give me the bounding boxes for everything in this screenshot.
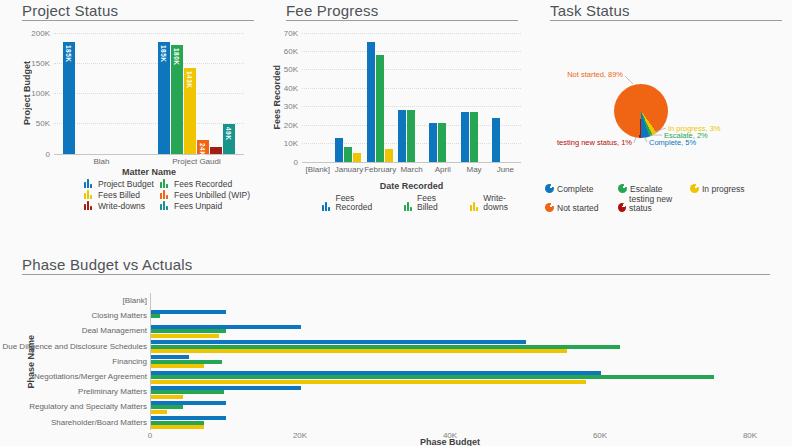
legend-item-in-progress[interactable]: In progress bbox=[690, 184, 770, 193]
hbar-blue-deal-management[interactable] bbox=[151, 325, 301, 329]
legend-item-fees-unpaid[interactable]: Fees Unpaid bbox=[160, 201, 260, 210]
bar-chart-icon bbox=[84, 201, 95, 210]
legend-label: Fees Unpaid bbox=[174, 202, 222, 211]
bar-write-downs-february[interactable] bbox=[385, 149, 393, 162]
bar-fees-recorded-project-gaudi[interactable]: 180K bbox=[171, 45, 183, 154]
hbar-green-regulatory-and-specialty-matters[interactable] bbox=[151, 405, 183, 409]
bar-value-label: 49K bbox=[225, 127, 232, 140]
legend: Project BudgetFees RecordedFees BilledFe… bbox=[84, 179, 260, 210]
bar-project-budget-project-gaudi[interactable]: 185K bbox=[158, 42, 170, 154]
bar-chart-icon bbox=[160, 201, 171, 210]
bar-fees-recorded-february[interactable] bbox=[367, 42, 375, 162]
y-axis-title-text: Project Budget bbox=[22, 61, 32, 125]
y-category-label: Preliminary Matters bbox=[78, 387, 147, 396]
bar-value-label: 24K bbox=[199, 143, 206, 156]
y-axis-title-text: Fees Recorded bbox=[272, 65, 282, 130]
hbar-blue-negotiations-merger-agreement[interactable] bbox=[151, 371, 601, 375]
legend-label: Write-downs bbox=[483, 194, 528, 211]
gridline bbox=[302, 69, 521, 70]
bar-fees-billed-may[interactable] bbox=[470, 112, 478, 162]
legend-item-fees-billed[interactable]: Fees Billed bbox=[404, 194, 457, 211]
x-axis-title: Phase Budget bbox=[150, 437, 750, 446]
bar-chart-icon bbox=[160, 190, 171, 199]
hbar-green-preliminary-matters[interactable] bbox=[151, 390, 224, 394]
bar-fees-billed-april[interactable] bbox=[438, 123, 446, 162]
phase-budget-chart: [Blank]Closing MattersDeal ManagementDue… bbox=[0, 250, 792, 446]
hbar-yellow-deal-management[interactable] bbox=[151, 334, 219, 338]
hbar-blue-closing-matters[interactable] bbox=[151, 310, 226, 314]
x-category-label: June bbox=[489, 165, 522, 174]
hbar-green-deal-management[interactable] bbox=[151, 329, 226, 333]
bar-write-downs-january[interactable] bbox=[353, 153, 361, 162]
legend-label: Fees Billed bbox=[417, 194, 457, 211]
hbar-yellow-due-diligence-and-disclosure-schedules[interactable] bbox=[151, 349, 567, 353]
gridline bbox=[54, 33, 244, 34]
hbar-blue-financing[interactable] bbox=[151, 355, 189, 359]
pie-label-testing-new-status: testing new status, 1% bbox=[557, 138, 632, 147]
hbar-yellow-preliminary-matters[interactable] bbox=[151, 395, 183, 399]
legend-item-complete[interactable]: Complete bbox=[545, 184, 618, 193]
legend-label: Fees Recorded bbox=[335, 194, 390, 211]
dashboard: Project Status 050K100K150K200KBlah185KP… bbox=[0, 0, 792, 446]
pie-chart-icon bbox=[545, 184, 554, 193]
pie-chart-icon bbox=[618, 203, 626, 212]
hbar-yellow-financing[interactable] bbox=[151, 364, 204, 368]
legend-item-not-started[interactable]: Not started bbox=[545, 195, 618, 212]
hbar-blue-regulatory-and-specialty-matters[interactable] bbox=[151, 401, 226, 405]
legend-item-fees-recorded[interactable]: Fees Recorded bbox=[322, 194, 391, 211]
bar-fees-recorded-march[interactable] bbox=[398, 110, 406, 162]
hbar-yellow-negotiations-merger-agreement[interactable] bbox=[151, 380, 586, 384]
hbar-green-due-diligence-and-disclosure-schedules[interactable] bbox=[151, 345, 620, 349]
legend-item-fees-recorded[interactable]: Fees Recorded bbox=[160, 179, 260, 188]
bar-chart-icon bbox=[160, 179, 171, 188]
legend-item-testing-new-status[interactable]: testing new status bbox=[618, 195, 690, 212]
bar-project-budget-blah[interactable]: 185K bbox=[63, 42, 75, 154]
hbar-green-shareholder-board-matters[interactable] bbox=[151, 421, 204, 425]
bar-fees-billed-project-gaudi[interactable]: 143K bbox=[184, 68, 196, 155]
panel-phase-budget-vs-actuals: Phase Budget vs Actuals [Blank]Closing M… bbox=[0, 250, 792, 446]
bar-chart-icon bbox=[470, 202, 480, 211]
y-category-label: Due Diligence and Disclosure Schedules bbox=[2, 342, 147, 351]
x-category-label: March bbox=[395, 165, 428, 174]
legend-item-project-budget[interactable]: Project Budget bbox=[84, 179, 160, 188]
hbar-green-financing[interactable] bbox=[151, 360, 222, 364]
y-category-label: Regulatory and Specialty Matters bbox=[29, 402, 147, 411]
hbar-yellow-regulatory-and-specialty-matters[interactable] bbox=[151, 410, 167, 414]
legend-item-escalate[interactable]: Escalate bbox=[618, 184, 690, 193]
task-status-pie[interactable] bbox=[614, 84, 668, 138]
legend-label: Not started bbox=[557, 204, 599, 213]
hbar-green-closing-matters[interactable] bbox=[151, 314, 160, 318]
bar-value-label: 185K bbox=[160, 45, 167, 63]
gridline bbox=[302, 106, 521, 107]
y-category-label: Negotiations/Merger Agreement bbox=[34, 372, 147, 381]
y-category-label: Deal Management bbox=[82, 326, 147, 335]
gridline bbox=[302, 88, 521, 89]
bar-fees-billed-february[interactable] bbox=[376, 55, 384, 162]
x-category-label: Blah bbox=[53, 157, 150, 166]
bar-value-label: 185K bbox=[65, 45, 72, 63]
bar-fees-recorded-may[interactable] bbox=[461, 112, 469, 162]
bar-fees-billed-january[interactable] bbox=[344, 147, 352, 162]
pie-label-not-started: Not started, 89% bbox=[567, 70, 623, 79]
legend-item-write-downs[interactable]: Write-downs bbox=[84, 201, 160, 210]
x-axis-title: Matter Name bbox=[54, 167, 244, 177]
bar-fees-recorded-june[interactable] bbox=[492, 118, 500, 162]
legend-label: Escalate bbox=[630, 185, 663, 194]
pie-label-complete: Complete, 5% bbox=[649, 138, 696, 147]
hbar-blue-due-diligence-and-disclosure-schedules[interactable] bbox=[151, 340, 526, 344]
legend-item-write-downs[interactable]: Write-downs bbox=[470, 194, 528, 211]
bar-fees-billed-march[interactable] bbox=[407, 110, 415, 162]
bar-fees-recorded-january[interactable] bbox=[335, 138, 343, 162]
bar-fees-recorded-april[interactable] bbox=[429, 123, 437, 162]
hbar-blue-preliminary-matters[interactable] bbox=[151, 386, 301, 390]
legend-item-fees-unbilled-wip[interactable]: Fees Unbilled (WIP) bbox=[160, 190, 260, 199]
bar-value-label: 143K bbox=[186, 71, 193, 89]
bar-write-downs-project-gaudi[interactable] bbox=[210, 147, 222, 154]
hbar-green-negotiations-merger-agreement[interactable] bbox=[151, 375, 714, 379]
legend-item-fees-billed[interactable]: Fees Billed bbox=[84, 190, 160, 199]
hbar-blue-shareholder-board-matters[interactable] bbox=[151, 416, 226, 420]
bar-fees-unpaid-project-gaudi[interactable]: 49K bbox=[223, 124, 235, 154]
pie-chart-icon bbox=[545, 203, 554, 212]
hbar-yellow-shareholder-board-matters[interactable] bbox=[151, 425, 204, 429]
bar-fees-unbilled-wip-project-gaudi[interactable]: 24K bbox=[197, 140, 209, 155]
